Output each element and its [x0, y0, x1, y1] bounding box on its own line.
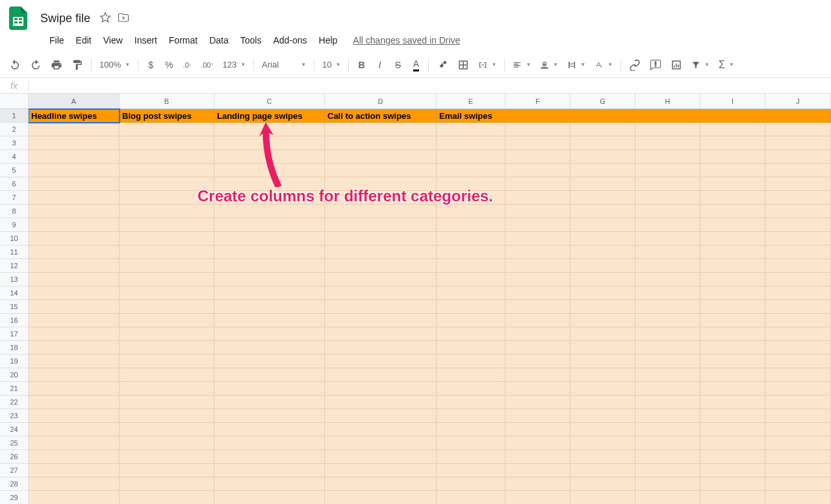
cell-B21[interactable]: [120, 382, 214, 396]
cell-D15[interactable]: [325, 300, 437, 314]
text-rotation-button[interactable]: ▼: [591, 58, 617, 72]
cell-A17[interactable]: [29, 327, 120, 341]
cell-J20[interactable]: [765, 368, 831, 382]
font-select[interactable]: Arial▼: [258, 57, 310, 72]
cell-H17[interactable]: [635, 327, 700, 341]
cell-F16[interactable]: [505, 314, 570, 327]
cell-C7[interactable]: [214, 191, 325, 205]
cell-B15[interactable]: [120, 300, 214, 314]
cell-B27[interactable]: [120, 464, 214, 477]
cell-J12[interactable]: [765, 259, 831, 273]
cell-B6[interactable]: [120, 177, 214, 191]
cell-C4[interactable]: [214, 150, 325, 164]
cell-D29[interactable]: [325, 491, 437, 504]
star-icon[interactable]: [99, 12, 111, 25]
cell-F26[interactable]: [505, 450, 570, 464]
cell-E5[interactable]: [437, 164, 505, 177]
col-header-I[interactable]: I: [700, 94, 765, 109]
cell-G17[interactable]: [570, 327, 635, 341]
cell-A14[interactable]: [29, 286, 120, 300]
borders-button[interactable]: [454, 57, 473, 73]
cell-H13[interactable]: [635, 273, 700, 286]
cell-F12[interactable]: [505, 259, 570, 273]
move-icon[interactable]: [118, 12, 129, 25]
cell-J6[interactable]: [765, 177, 831, 191]
cell-H18[interactable]: [635, 341, 700, 355]
cell-A20[interactable]: [29, 368, 120, 382]
cell-A29[interactable]: [29, 491, 120, 504]
fill-color-button[interactable]: [433, 57, 452, 73]
cell-I9[interactable]: [700, 218, 765, 232]
cell-E16[interactable]: [437, 314, 505, 327]
cell-H9[interactable]: [635, 218, 700, 232]
cell-B28[interactable]: [120, 477, 214, 491]
cell-J17[interactable]: [765, 327, 831, 341]
cell-G4[interactable]: [570, 150, 635, 164]
text-color-button[interactable]: A: [407, 57, 424, 73]
cell-I10[interactable]: [700, 232, 765, 246]
row-header-17[interactable]: 17: [0, 327, 29, 341]
menu-edit[interactable]: Edit: [71, 32, 97, 48]
cell-E23[interactable]: [437, 409, 505, 423]
cell-I7[interactable]: [700, 191, 765, 205]
cell-A24[interactable]: [29, 423, 120, 436]
cell-J3[interactable]: [765, 136, 831, 150]
row-header-20[interactable]: 20: [0, 368, 29, 382]
cell-J22[interactable]: [765, 396, 831, 409]
col-header-D[interactable]: D: [325, 94, 437, 109]
cell-G23[interactable]: [570, 409, 635, 423]
cell-I22[interactable]: [700, 396, 765, 409]
row-header-9[interactable]: 9: [0, 218, 29, 232]
col-header-J[interactable]: J: [765, 94, 831, 109]
cell-B8[interactable]: [120, 205, 214, 218]
cell-D20[interactable]: [325, 368, 437, 382]
row-header-3[interactable]: 3: [0, 136, 29, 150]
cell-F20[interactable]: [505, 368, 570, 382]
cell-I16[interactable]: [700, 314, 765, 327]
cell-C25[interactable]: [214, 436, 325, 450]
cell-D23[interactable]: [325, 409, 437, 423]
cell-B17[interactable]: [120, 327, 214, 341]
menu-data[interactable]: Data: [204, 32, 234, 48]
cell-C8[interactable]: [214, 205, 325, 218]
cell-H2[interactable]: [635, 123, 700, 136]
format-percent-button[interactable]: %: [160, 57, 177, 73]
cell-A5[interactable]: [29, 164, 120, 177]
row-header-14[interactable]: 14: [0, 286, 29, 300]
row-header-28[interactable]: 28: [0, 477, 29, 491]
cell-J21[interactable]: [765, 382, 831, 396]
menu-file[interactable]: File: [44, 32, 70, 48]
cell-A9[interactable]: [29, 218, 120, 232]
cell-E2[interactable]: [437, 123, 505, 136]
cell-B19[interactable]: [120, 355, 214, 368]
cell-I18[interactable]: [700, 341, 765, 355]
row-header-23[interactable]: 23: [0, 409, 29, 423]
cell-H10[interactable]: [635, 232, 700, 246]
cell-J15[interactable]: [765, 300, 831, 314]
cell-B22[interactable]: [120, 396, 214, 409]
cell-D19[interactable]: [325, 355, 437, 368]
cell-G29[interactable]: [570, 491, 635, 504]
cell-D28[interactable]: [325, 477, 437, 491]
cell-D10[interactable]: [325, 232, 437, 246]
cell-C21[interactable]: [214, 382, 325, 396]
row-header-29[interactable]: 29: [0, 491, 29, 504]
cell-J11[interactable]: [765, 246, 831, 259]
cell-I15[interactable]: [700, 300, 765, 314]
row-header-2[interactable]: 2: [0, 123, 29, 136]
cell-H21[interactable]: [635, 382, 700, 396]
cell-B12[interactable]: [120, 259, 214, 273]
cell-D27[interactable]: [325, 464, 437, 477]
save-status[interactable]: All changes saved in Drive: [353, 35, 460, 45]
cell-I13[interactable]: [700, 273, 765, 286]
cell-E19[interactable]: [437, 355, 505, 368]
cell-J1[interactable]: [765, 109, 831, 123]
cell-D7[interactable]: [325, 191, 437, 205]
cell-I2[interactable]: [700, 123, 765, 136]
cell-C3[interactable]: [214, 136, 325, 150]
cell-G1[interactable]: [570, 109, 635, 123]
cell-H20[interactable]: [635, 368, 700, 382]
row-header-26[interactable]: 26: [0, 450, 29, 464]
cell-F21[interactable]: [505, 382, 570, 396]
cell-F5[interactable]: [505, 164, 570, 177]
